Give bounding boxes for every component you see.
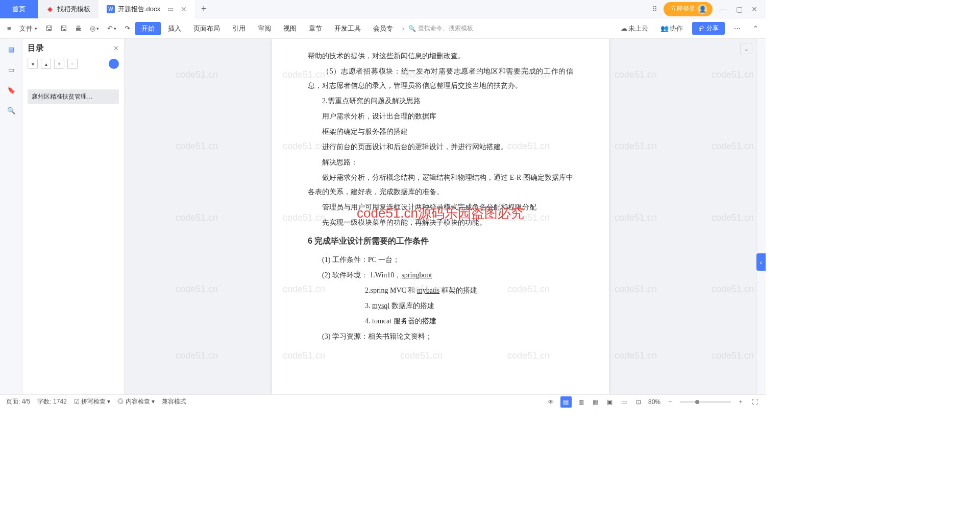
tab-document[interactable]: W 开题报告.docx ▭ ✕ (99, 0, 195, 18)
outline-close-icon[interactable]: ✕ (113, 44, 119, 52)
tab-home[interactable]: 首页 (0, 0, 38, 18)
outline-nav-icon[interactable]: ▤ (5, 43, 17, 55)
right-rail: ‹ (756, 39, 766, 394)
doc-text[interactable]: (1) 工作条件：PC 一台； (308, 253, 573, 267)
page-view-icon[interactable]: ▤ (560, 396, 572, 408)
doc-text[interactable]: 先实现一级模块菜单的功能，再解决子模块的功能。 (308, 216, 573, 230)
eye-icon[interactable]: 👁 (546, 397, 555, 407)
undo-icon[interactable]: ↶▾ (104, 22, 119, 34)
device-icon[interactable]: ▭ (167, 5, 174, 13)
doc-text[interactable]: 框架的确定与服务器的搭建 (308, 125, 573, 139)
doc-heading[interactable]: 6 完成毕业设计所需要的工作条件 (308, 236, 573, 247)
slides-nav-icon[interactable]: ▭ (5, 63, 17, 76)
maximize-button[interactable]: ▢ (732, 2, 746, 16)
word-icon: W (107, 5, 115, 13)
zoom-out-icon[interactable]: － (666, 397, 675, 407)
file-menu[interactable]: 文件▾ (16, 22, 40, 35)
doc-text[interactable]: 2.spring MVC 和 mybatis 框架的搭建 (308, 283, 573, 298)
menu-insert[interactable]: 插入 (163, 24, 186, 33)
add-outline-icon[interactable]: ＋ (54, 59, 64, 69)
redo-icon[interactable]: ↷ (121, 22, 133, 34)
collab-button[interactable]: 👥 协作 (657, 22, 686, 35)
status-bar: 页面: 4/5 字数: 1742 ☑ 拼写检查 ▾ ◎ 内容检查 ▾ 兼容模式 … (0, 394, 766, 409)
login-button[interactable]: 立即登录 👤 (664, 2, 713, 16)
preview-icon[interactable]: ◎▾ (87, 22, 102, 34)
menu-member[interactable]: 会员专 (368, 24, 398, 33)
save-icon[interactable]: 🖫 (42, 22, 55, 34)
share-button[interactable]: ⮳ 分享 (692, 22, 725, 35)
doc-text[interactable]: 进行前台的页面设计和后台的逻辑设计，并进行网站搭建。 (308, 140, 573, 154)
outline-title: 目录 (28, 43, 44, 54)
menu-start[interactable]: 开始 (135, 22, 161, 35)
doc-text[interactable]: 解决思路： (308, 155, 573, 170)
right-tab-icon[interactable]: ‹ (756, 253, 766, 271)
ruler-icon[interactable]: ▭ (620, 397, 629, 407)
expand-toggle-icon[interactable]: ⌄ (740, 43, 752, 54)
tab-bar: 首页 ◆ 找稻壳模板 W 开题报告.docx ▭ ✕ + ⠿ 立即登录 👤 — … (0, 0, 766, 18)
spell-check[interactable]: ☑ 拼写检查 ▾ (74, 397, 111, 406)
menu-section[interactable]: 章节 (304, 24, 327, 33)
outline-view-icon[interactable]: ▥ (577, 397, 586, 407)
doc-text[interactable]: 管理员与用户可用复选框设计两种登录模式完成角色分配和权限分配 (308, 200, 573, 215)
collapse-ribbon-icon[interactable]: ⌃ (750, 22, 762, 34)
search-nav-icon[interactable]: 🔍 (5, 104, 17, 116)
avatar-icon: 👤 (697, 4, 707, 14)
template-icon: ◆ (46, 5, 54, 13)
cloud-status[interactable]: ☁ 未上云 (618, 22, 651, 35)
side-nav: ▤ ▭ 🔖 🔍 (0, 39, 22, 394)
collapse-all-icon[interactable]: ▾ (28, 59, 38, 69)
save-as-icon[interactable]: 🖫 (57, 22, 70, 34)
tab-close-icon[interactable]: ✕ (181, 5, 187, 13)
remove-outline-icon[interactable]: － (67, 59, 78, 69)
more-icon[interactable]: ⋯ (731, 22, 744, 34)
menu-review[interactable]: 审阅 (253, 24, 276, 33)
new-tab-button[interactable]: + (195, 4, 213, 14)
focus-view-icon[interactable]: ▣ (605, 397, 615, 407)
document-viewport[interactable]: ⌄ code51.cncode51.cncode51.cncode51.cnco… (125, 39, 756, 394)
doc-text[interactable]: 4. tomcat 服务器的搭建 (308, 314, 573, 328)
fullscreen-icon[interactable]: ⛶ (750, 397, 760, 407)
doc-text[interactable]: （5）志愿者招募模块：统一发布对需要志愿者的地区和需要完成的工作的信息，对志愿者… (308, 64, 573, 93)
toolbar: ≡ 文件▾ 🖫 🖫 🖶 ◎▾ ↶▾ ↷ 开始 插入 页面布局 引用 审阅 视图 … (0, 18, 766, 39)
web-view-icon[interactable]: ▦ (591, 397, 600, 407)
doc-text[interactable]: (2) 软件环境： 1.Win10，springboot (308, 268, 573, 282)
expand-all-icon[interactable]: ▴ (41, 59, 51, 69)
outline-panel: 目录 ✕ ▾ ▴ ＋ － 襄州区精准扶贫管理… (22, 39, 125, 394)
tab-templates[interactable]: ◆ 找稻壳模板 (38, 0, 99, 18)
doc-text[interactable]: (3) 学习资源：相关书籍论文资料； (308, 329, 573, 344)
main-area: ▤ ▭ 🔖 🔍 目录 ✕ ▾ ▴ ＋ － 襄州区精准扶贫管理… ⌄ code51… (0, 39, 766, 394)
document-page[interactable]: 帮助的技术的提供，对这些新闻信息的增删改查。 （5）志愿者招募模块：统一发布对需… (272, 39, 609, 394)
minimize-button[interactable]: — (717, 2, 731, 16)
menu-icon[interactable]: ≡ (4, 22, 14, 34)
content-check[interactable]: ◎ 内容检查 ▾ (117, 397, 155, 406)
page-indicator[interactable]: 页面: 4/5 (6, 397, 30, 406)
zoom-level[interactable]: 80% (648, 398, 660, 406)
menu-more-icon[interactable]: › (400, 25, 406, 32)
menu-layout[interactable]: 页面布局 (188, 24, 225, 33)
close-button[interactable]: ✕ (747, 2, 762, 16)
zoom-in-icon[interactable]: ＋ (736, 397, 745, 407)
search-box[interactable]: 🔍 查找命令、搜索模板 (408, 24, 473, 33)
print-icon[interactable]: 🖶 (72, 22, 85, 34)
doc-text[interactable]: 用户需求分析，设计出合理的数据库 (308, 109, 573, 124)
apps-icon[interactable]: ⠿ (650, 3, 659, 15)
outline-item[interactable]: 襄州区精准扶贫管理… (28, 89, 119, 104)
doc-text[interactable]: 2.需重点研究的问题及解决思路 (308, 94, 573, 108)
doc-text[interactable]: 做好需求分析，分析概念结构，逻辑结构和物理结构，通过 E-R 图确定数据库中各表… (308, 171, 573, 199)
doc-text[interactable]: 帮助的技术的提供，对这些新闻信息的增删改查。 (308, 49, 573, 63)
chat-icon[interactable] (109, 59, 119, 69)
menu-dev[interactable]: 开发工具 (329, 24, 366, 33)
word-count[interactable]: 字数: 1742 (37, 397, 66, 406)
menu-refs[interactable]: 引用 (227, 24, 251, 33)
bookmark-nav-icon[interactable]: 🔖 (5, 84, 17, 96)
zoom-fit-icon[interactable]: ⊡ (634, 397, 643, 407)
menu-view[interactable]: 视图 (278, 24, 302, 33)
compat-mode[interactable]: 兼容模式 (162, 397, 186, 406)
doc-text[interactable]: 3. mysql 数据库的搭建 (308, 299, 573, 313)
zoom-slider[interactable] (680, 401, 731, 402)
